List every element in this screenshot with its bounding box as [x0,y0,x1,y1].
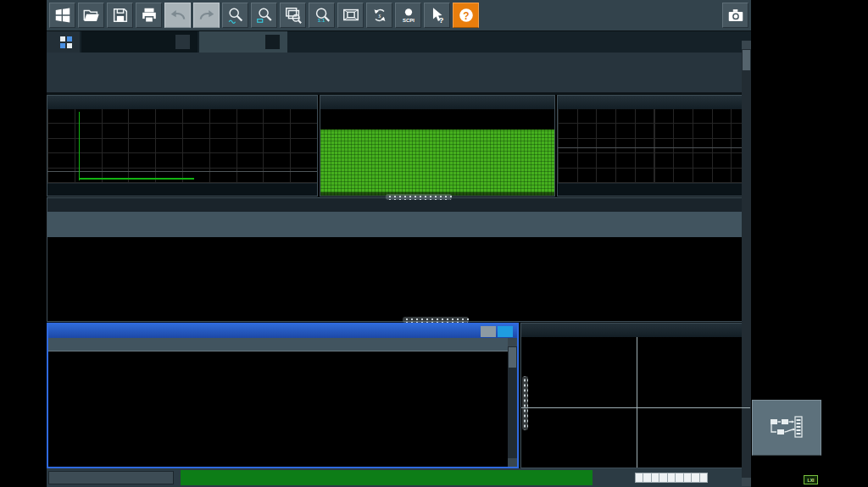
constellation-axis-vertical [637,337,637,468]
result-scrollbar[interactable] [508,338,517,467]
setup-menu-header[interactable] [751,0,822,30]
redo-button[interactable] [193,3,220,28]
scrollbar-thumb[interactable] [743,50,750,70]
windows-menu-button[interactable] [49,3,75,28]
selected-view-button[interactable] [481,326,496,337]
capture-buffer-axis [47,183,317,196]
frame-start-marker-line[interactable] [79,112,80,181]
lower-panel-row [47,323,751,468]
lxi-icon: LXI [804,475,818,484]
svg-text:1:1: 1:1 [317,18,325,23]
constellation-axis-horizontal [521,407,750,408]
frame-span-line [79,178,195,180]
scroll-up-icon[interactable] [508,338,517,346]
ref-gridline [558,147,750,148]
open-file-button[interactable] [78,3,104,28]
zoom-trace-icon [226,6,245,25]
open-folder-icon [82,6,101,25]
constellation-panel [520,323,751,468]
capture-buffer-title-bar [47,96,317,109]
fit-screen-button[interactable] [337,3,364,28]
constellation-title-bar [521,324,750,337]
allocation-body [47,237,750,321]
softkey-sidebar: LXI [751,0,822,487]
multi-view-zoom-button[interactable] [280,3,306,28]
allocation-summary-title-bar [47,198,750,212]
alloc-id-map-title-bar [320,96,554,109]
tab-5g-nr[interactable] [199,31,287,53]
result-summary-title-bar [48,324,517,338]
progress-bar [635,473,708,483]
printer-icon [140,6,159,25]
splitter-handle[interactable] [522,376,528,430]
app-window: 1:1 s SCPI ? ? [47,0,751,487]
alloc-heatmap [320,130,554,196]
result-body [48,351,517,467]
datetime-area: LXI [804,475,821,484]
power-spectrum-panel [557,95,751,196]
screenshot-button[interactable] [722,3,748,28]
camera-icon [726,6,745,25]
scroll-down-icon[interactable] [508,458,517,467]
capture-buffer-panel [47,95,318,196]
scroll-down-icon[interactable] [742,478,751,486]
redo-icon [198,6,216,25]
splitter-handle[interactable] [403,317,469,323]
tab-multiview[interactable] [47,31,80,53]
undo-icon [169,6,187,25]
channel-tab-bar [47,30,751,53]
alloc-legend-row2 [320,119,554,130]
save-icon [111,6,130,25]
zoom-selection-icon [255,6,274,25]
zoom-1to1-button[interactable]: 1:1 [309,3,335,28]
scrollbar-thumb[interactable] [509,347,516,368]
constellation-plot [521,337,750,468]
scpi-recorder-icon: SCPI [399,6,418,25]
softkey-overview[interactable] [752,400,821,456]
power-spectrum-title-bar [558,96,750,109]
print-button[interactable] [136,3,162,28]
close-icon[interactable] [265,35,280,49]
multi-view-zoom-icon [284,6,303,25]
single-sweep-refresh-button[interactable]: s [366,3,392,28]
refresh-sweep-icon: s [370,6,389,25]
close-icon[interactable] [175,35,190,49]
context-help-button[interactable]: ? [424,3,450,28]
splitter-handle[interactable] [386,194,452,200]
allocation-header [47,212,750,237]
sync-status-bar[interactable] [181,470,593,485]
status-dropdown[interactable] [48,471,174,484]
alloc-id-map-panel [320,95,555,196]
svg-text:SCPI: SCPI [403,18,415,23]
tab-spectrum[interactable] [81,31,198,53]
help-cursor-icon: ? [428,6,447,25]
power-spectrum-axis [558,183,750,196]
alloc-marker-box [370,133,551,191]
svg-text:s: s [378,12,381,19]
multiview-grid-icon [60,36,72,48]
status-bar [47,468,751,487]
fit-screen-icon [342,6,360,25]
help-button[interactable]: ? [453,3,479,28]
capture-buffer-plot [47,109,317,183]
upper-panel-row [47,95,751,196]
channel-settings-bar [47,53,751,94]
result-view-toggle [481,326,513,337]
result-summary-panel [47,323,519,468]
undo-button[interactable] [164,3,191,28]
zoom-trace-button[interactable] [222,3,248,28]
windows-logo-icon [53,6,72,25]
toolbar: 1:1 s SCPI ? ? [47,0,751,30]
result-header [48,338,517,351]
save-button[interactable] [107,3,133,28]
allocation-summary-panel [47,197,751,322]
scpi-recorder-button[interactable]: SCPI [395,3,421,28]
scroll-up-icon[interactable] [742,41,751,49]
power-spectrum-plot [558,109,750,183]
alloc-legend-row1 [320,109,554,119]
ref-gridline [47,171,317,172]
zoom-selection-button[interactable] [251,3,277,28]
overview-flow-icon [770,416,804,438]
help-icon: ? [457,6,476,25]
averaged-view-button[interactable] [498,326,513,337]
